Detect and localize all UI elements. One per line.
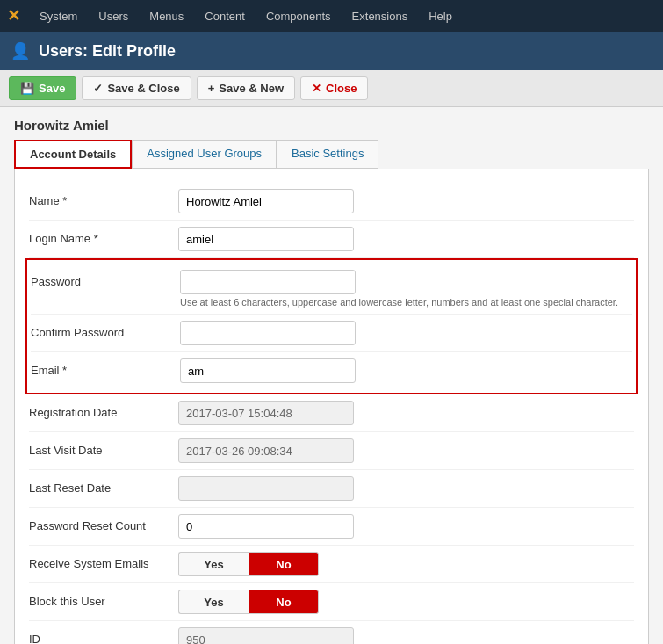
input-email[interactable] [180, 358, 356, 383]
plus-icon: + [208, 82, 215, 95]
label-login-name: Login Name * [29, 227, 178, 245]
toggle-block-user-no[interactable]: No [249, 590, 319, 614]
label-last-visit-date: Last Visit Date [29, 438, 178, 457]
page-title-bar: 👤 Users: Edit Profile [0, 32, 663, 70]
label-registration-date: Registration Date [29, 401, 178, 419]
save-icon: 💾 [20, 82, 34, 95]
toggle-block-user: Yes No [178, 590, 634, 614]
save-button[interactable]: 💾 Save [9, 76, 76, 100]
password-section: Password Use at least 6 characters, uppe… [25, 258, 638, 394]
field-last-reset-date [178, 476, 634, 501]
content-area: Horowitz Amiel Account Details Assigned … [0, 107, 663, 644]
input-login-name[interactable] [178, 227, 354, 251]
form-row-password-reset-count: Password Reset Count [29, 508, 634, 546]
joomla-logo: ✕ [7, 6, 20, 25]
input-confirm-password[interactable] [180, 321, 356, 345]
form-panel: Name * Login Name * Password Use at leas… [14, 169, 649, 644]
form-row-block-user: Block this User Yes No [29, 583, 634, 621]
user-name-heading: Horowitz Amiel [14, 118, 649, 133]
nav-extensions[interactable]: Extensions [343, 6, 417, 26]
field-id [178, 627, 634, 644]
field-name [178, 189, 634, 213]
form-row-id: ID [29, 621, 634, 644]
nav-content[interactable]: Content [196, 6, 254, 26]
form-row-name: Name * [29, 183, 634, 221]
input-password-reset-count[interactable] [178, 514, 354, 539]
label-name: Name * [29, 189, 178, 207]
field-last-visit-date [178, 438, 634, 463]
input-last-visit-date [178, 438, 354, 463]
form-row-password: Password Use at least 6 characters, uppe… [31, 264, 632, 315]
field-password: Use at least 6 characters, uppercase and… [180, 270, 632, 308]
label-receive-system-emails: Receive System Emails [29, 552, 178, 570]
label-last-reset-date: Last Reset Date [29, 476, 178, 495]
close-button[interactable]: ✕ Close [300, 76, 368, 100]
nav-users[interactable]: Users [90, 6, 137, 26]
label-email: Email * [31, 358, 180, 377]
input-id [178, 627, 354, 644]
label-id: ID [29, 627, 178, 644]
tab-assigned-user-groups[interactable]: Assigned User Groups [132, 140, 277, 169]
toggle-receive-system-emails: Yes No [178, 552, 634, 576]
nav-system[interactable]: System [31, 6, 86, 26]
label-block-user: Block this User [29, 590, 178, 608]
toolbar: 💾 Save ✓ Save & Close + Save & New ✕ Clo… [0, 70, 663, 107]
form-row-receive-system-emails: Receive System Emails Yes No [29, 546, 634, 583]
password-hint: Use at least 6 characters, uppercase and… [180, 297, 632, 308]
field-email [180, 358, 632, 383]
nav-components[interactable]: Components [257, 6, 340, 26]
save-close-button[interactable]: ✓ Save & Close [82, 76, 191, 100]
field-receive-system-emails: Yes No [178, 552, 634, 576]
field-login-name [178, 227, 634, 251]
tab-account-details[interactable]: Account Details [14, 140, 132, 169]
nav-help[interactable]: Help [420, 6, 461, 26]
form-row-last-visit-date: Last Visit Date [29, 432, 634, 470]
toggle-block-user-yes[interactable]: Yes [178, 590, 249, 614]
form-row-login-name: Login Name * [29, 221, 634, 258]
field-registration-date [178, 401, 634, 425]
form-row-registration-date: Registration Date [29, 394, 634, 432]
field-block-user: Yes No [178, 590, 634, 614]
tabs: Account Details Assigned User Groups Bas… [14, 140, 649, 169]
label-password: Password [31, 270, 180, 288]
input-name[interactable] [178, 189, 354, 213]
input-password[interactable] [180, 270, 356, 294]
input-registration-date [178, 401, 354, 425]
label-confirm-password: Confirm Password [31, 321, 180, 339]
toggle-receive-system-emails-yes[interactable]: Yes [178, 552, 249, 576]
input-last-reset-date [178, 476, 354, 501]
label-password-reset-count: Password Reset Count [29, 514, 178, 532]
save-new-button[interactable]: + Save & New [197, 76, 295, 100]
tab-basic-settings[interactable]: Basic Settings [277, 140, 378, 169]
form-row-email: Email * [31, 352, 632, 389]
x-icon: ✕ [312, 82, 321, 95]
top-navigation: ✕ System Users Menus Content Components … [0, 0, 663, 32]
field-password-reset-count [178, 514, 634, 539]
check-icon: ✓ [93, 82, 103, 95]
user-icon: 👤 [11, 41, 30, 61]
form-row-confirm-password: Confirm Password [31, 315, 632, 352]
nav-menus[interactable]: Menus [141, 6, 192, 26]
page-title: Users: Edit Profile [39, 42, 176, 61]
field-confirm-password [180, 321, 632, 345]
toggle-receive-system-emails-no[interactable]: No [249, 552, 319, 576]
form-row-last-reset-date: Last Reset Date [29, 470, 634, 508]
